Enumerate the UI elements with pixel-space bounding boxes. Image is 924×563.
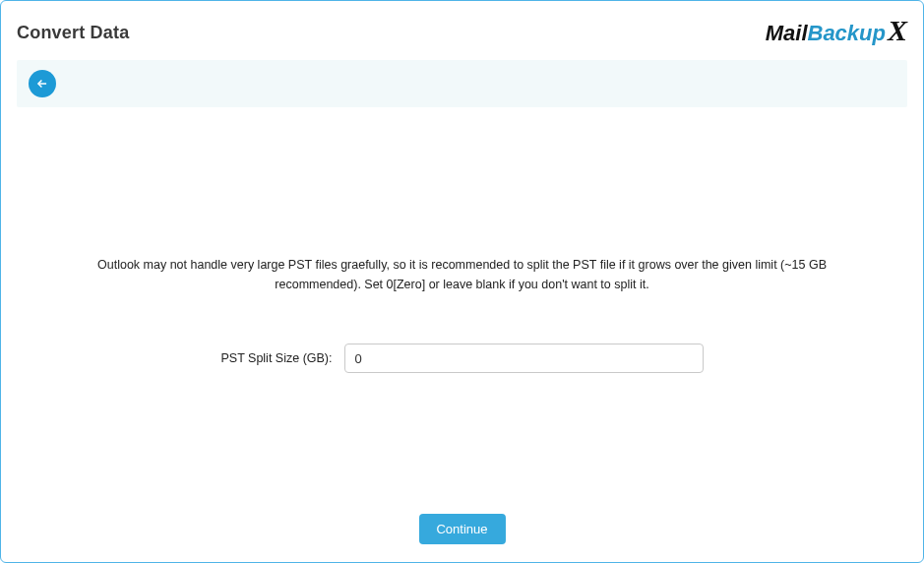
page-title: Convert Data	[17, 23, 129, 43]
main-content: Outlook may not handle very large PST fi…	[1, 255, 923, 373]
logo-x: X	[888, 19, 907, 42]
split-size-input[interactable]	[344, 344, 704, 373]
back-button[interactable]	[29, 70, 56, 97]
back-bar	[17, 60, 907, 107]
logo-backup: Backup	[808, 21, 886, 46]
description-text: Outlook may not handle very large PST fi…	[60, 255, 864, 294]
arrow-left-icon	[35, 77, 49, 91]
logo-mail: Mail	[766, 21, 808, 46]
header: Convert Data MailBackupX	[1, 1, 923, 60]
app-logo: MailBackupX	[766, 19, 907, 46]
continue-button[interactable]: Continue	[418, 514, 505, 544]
split-size-label: PST Split Size (GB):	[221, 351, 333, 365]
split-size-row: PST Split Size (GB):	[60, 344, 864, 373]
